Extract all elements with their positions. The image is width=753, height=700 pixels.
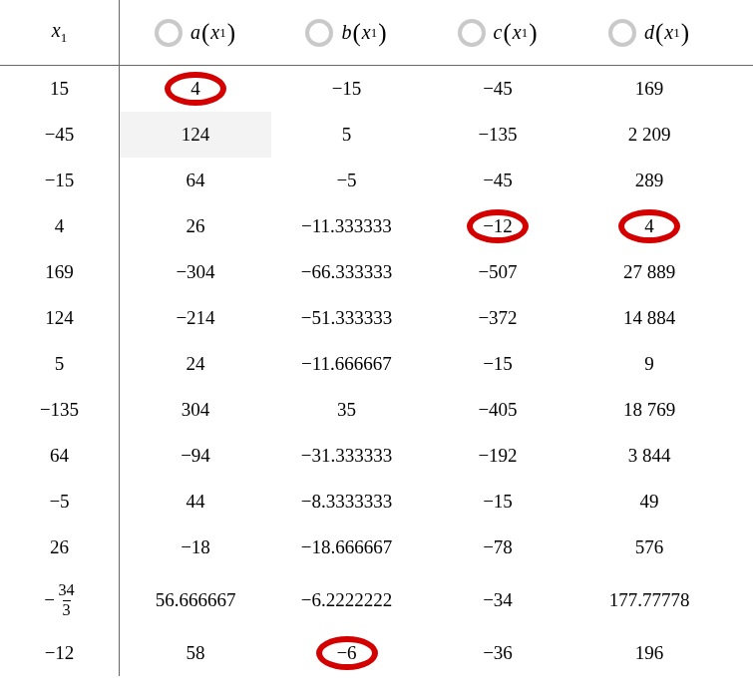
cell-b: −5 — [271, 158, 422, 203]
radio-a[interactable] — [155, 19, 183, 47]
cell-value: −45 — [45, 124, 75, 146]
cell-x: −45 — [0, 112, 120, 158]
cell-value: −34 — [483, 589, 513, 611]
cell-c: −12 — [422, 203, 573, 249]
cell-b: −31.333333 — [271, 433, 422, 479]
cell-value: 56.666667 — [156, 589, 236, 611]
cell-value: −45 — [483, 170, 513, 191]
cell-value: 177.77778 — [609, 589, 690, 611]
cell-x: 124 — [0, 295, 120, 341]
cell-value: 18 769 — [623, 399, 675, 421]
cell-b: −11.333333 — [271, 203, 422, 249]
cell-value: −12 — [483, 215, 513, 237]
cell-value: 26 — [187, 215, 205, 237]
cell-value: −8.3333333 — [301, 491, 392, 513]
cell-trailing — [725, 249, 753, 295]
cell-value: 35 — [337, 399, 356, 421]
cell-value: 15 — [50, 78, 69, 100]
cell-value: 169 — [45, 261, 74, 283]
cell-value: −15 — [483, 491, 513, 513]
cell-value: 26 — [50, 536, 69, 558]
header-trailing — [725, 0, 753, 65]
cell-d: 196 — [573, 630, 725, 676]
cell-a: −18 — [120, 525, 271, 570]
cell-value: 576 — [635, 536, 664, 558]
cell-a: 58 — [120, 630, 271, 676]
cell-value: −304 — [176, 261, 214, 283]
radio-b[interactable] — [305, 19, 333, 47]
cell-d: 289 — [573, 158, 725, 203]
cell-value: 3 844 — [628, 445, 671, 467]
table-header-row: x1 a(x1) b(x1) c(x1) d(x1) — [0, 0, 753, 66]
cell-value: −11.666667 — [301, 353, 392, 375]
cell-x: 169 — [0, 249, 120, 295]
cell-x: 15 — [0, 66, 120, 112]
cell-a: −214 — [120, 295, 271, 341]
cell-b: −6.2222222 — [271, 570, 422, 630]
cell-a: 4 — [120, 66, 271, 112]
cell-trailing — [725, 570, 753, 630]
cell-trailing — [725, 433, 753, 479]
cell-value: −507 — [478, 261, 517, 283]
cell-x: 26 — [0, 525, 120, 570]
table-row: −13530435−40518 769 — [0, 387, 753, 433]
header-c-x1[interactable]: c(x1) — [422, 0, 573, 65]
cell-value: 9 — [644, 353, 654, 375]
cell-value: 5 — [55, 353, 65, 375]
fraction-sign: − — [44, 589, 55, 611]
cell-x: −15 — [0, 158, 120, 203]
cell-b: −66.333333 — [271, 249, 422, 295]
table-row: 524−11.666667−159 — [0, 341, 753, 387]
table-row: 64−94−31.333333−1923 844 — [0, 433, 753, 479]
header-d-x1[interactable]: d(x1) — [573, 0, 725, 65]
cell-d: 49 — [573, 479, 725, 525]
radio-d[interactable] — [608, 19, 636, 47]
cell-value: −11.333333 — [301, 215, 392, 237]
data-table: x1 a(x1) b(x1) c(x1) d(x1) — [0, 0, 753, 676]
table-row: 154−15−45169 — [0, 66, 753, 112]
cell-trailing — [725, 387, 753, 433]
cell-b: −15 — [271, 66, 422, 112]
cell-a: 24 — [120, 341, 271, 387]
cell-value: 196 — [635, 642, 664, 664]
cell-x: −5 — [0, 479, 120, 525]
table-row: −451245−1352 209 — [0, 112, 753, 158]
header-b-x1[interactable]: b(x1) — [271, 0, 422, 65]
cell-a: 56.666667 — [120, 570, 271, 630]
cell-value: −15 — [483, 353, 513, 375]
cell-value: −135 — [40, 399, 79, 421]
cell-a: −94 — [120, 433, 271, 479]
fraction: 343 — [59, 582, 75, 617]
cell-c: −15 — [422, 479, 573, 525]
cell-value: 4 — [190, 78, 200, 100]
cell-x: 4 — [0, 203, 120, 249]
cell-value: 49 — [640, 491, 659, 513]
radio-c[interactable] — [458, 19, 486, 47]
cell-value: 304 — [182, 399, 210, 421]
cell-b: 5 — [271, 112, 422, 158]
cell-value: −15 — [45, 170, 75, 191]
cell-x: −343 — [0, 570, 120, 630]
cell-value: 4 — [644, 215, 654, 237]
table-row: −1564−5−45289 — [0, 158, 753, 203]
cell-b: −8.3333333 — [271, 479, 422, 525]
cell-c: −192 — [422, 433, 573, 479]
cell-trailing — [725, 295, 753, 341]
cell-x: 64 — [0, 433, 120, 479]
header-a-x1[interactable]: a(x1) — [120, 0, 271, 65]
cell-d: 169 — [573, 66, 725, 112]
table-row: −544−8.3333333−1549 — [0, 479, 753, 525]
cell-c: −135 — [422, 112, 573, 158]
cell-c: −372 — [422, 295, 573, 341]
cell-value: −6 — [336, 642, 356, 664]
cell-c: −45 — [422, 66, 573, 112]
cell-c: −507 — [422, 249, 573, 295]
cell-a: 26 — [120, 203, 271, 249]
cell-d: 2 209 — [573, 112, 725, 158]
cell-value: −6.2222222 — [301, 589, 392, 611]
cell-value: 2 209 — [628, 124, 671, 146]
cell-value: 124 — [45, 307, 74, 329]
cell-a: 304 — [120, 387, 271, 433]
cell-value: −78 — [483, 536, 513, 558]
cell-value: −18 — [181, 536, 210, 558]
